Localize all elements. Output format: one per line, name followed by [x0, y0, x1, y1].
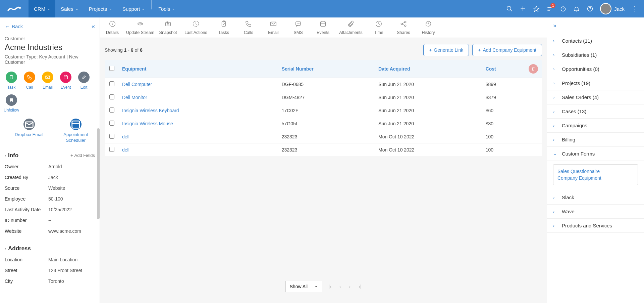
tab-attachments[interactable]: Attachments: [335, 20, 366, 35]
address-title[interactable]: ›Address: [5, 245, 31, 252]
add-fields-button[interactable]: + Add Fields: [70, 153, 95, 158]
back-link[interactable]: ← Back: [5, 24, 23, 29]
right-item-billing[interactable]: ›Billing: [547, 133, 644, 147]
col-cost[interactable]: Cost: [482, 60, 525, 78]
right-item-custom-forms[interactable]: ⌄Custom Forms: [547, 147, 644, 161]
pager-next-icon[interactable]: ›: [349, 284, 351, 289]
row-checkbox[interactable]: [109, 107, 114, 113]
scrollbar-handle[interactable]: [97, 128, 100, 219]
row-checkbox[interactable]: [109, 81, 114, 86]
equipment-link[interactable]: dell: [122, 134, 129, 139]
tab-history[interactable]: History: [416, 20, 441, 35]
star-icon[interactable]: [533, 5, 540, 12]
tab-shares[interactable]: Shares: [391, 20, 416, 35]
right-item-label: Subsidiaries (1): [562, 52, 597, 58]
right-item-slack[interactable]: ›Slack: [547, 190, 644, 205]
nav-projects[interactable]: Projects⌄: [84, 0, 117, 17]
info-title[interactable]: ›Info: [5, 152, 18, 159]
delete-button[interactable]: [529, 64, 538, 74]
tab-details[interactable]: Details: [100, 20, 125, 35]
col-date[interactable]: Date Acquired: [375, 60, 482, 78]
tab-tasks[interactable]: Tasks: [211, 20, 236, 35]
right-item-label: Projects (19): [562, 80, 590, 86]
dropbox-email-button[interactable]: Dropbox Email: [15, 119, 43, 143]
svg-point-27: [139, 24, 139, 24]
row-checkbox[interactable]: [109, 134, 114, 139]
col-serial[interactable]: Serial Number: [278, 60, 375, 78]
cell-serial: DGM-4827: [278, 91, 375, 104]
address-value: Toronto: [48, 278, 64, 284]
tab-events[interactable]: Events: [311, 20, 335, 35]
select-all-checkbox[interactable]: [109, 66, 114, 71]
equipment-link[interactable]: dell: [122, 147, 129, 153]
right-sub-link[interactable]: Sales Questionnaire: [557, 168, 634, 175]
help-icon[interactable]: [587, 5, 593, 12]
right-item-products-and-services[interactable]: ›Products and Services: [547, 219, 644, 233]
tab-calls[interactable]: Calls: [236, 20, 261, 35]
edit-button[interactable]: Edit: [77, 72, 91, 90]
tab-snapshot[interactable]: Snapshot: [156, 20, 180, 35]
right-item-sales-orders-[interactable]: ›Sales Orders (4): [547, 90, 644, 104]
tab-update-stream[interactable]: Update Stream: [125, 20, 156, 35]
nav-sales[interactable]: Sales⌄: [55, 0, 84, 17]
kebab-icon[interactable]: ⋮: [631, 5, 637, 12]
nav-tools[interactable]: Tools⌄: [153, 0, 180, 17]
plus-icon[interactable]: [520, 5, 526, 12]
collapse-left-icon[interactable]: «: [92, 23, 95, 30]
logo[interactable]: [0, 0, 29, 17]
row-checkbox[interactable]: [109, 147, 114, 152]
search-icon[interactable]: [506, 5, 513, 12]
pager-prev-icon[interactable]: ‹: [339, 284, 341, 289]
address-section: ›Address LocationMain LocationStreet123 …: [5, 245, 95, 287]
row-checkbox[interactable]: [109, 121, 114, 126]
timer-icon[interactable]: [560, 5, 567, 12]
chevron-icon: ›: [553, 52, 557, 57]
add-company-equipment-button[interactable]: + Add Company Equipment: [472, 44, 542, 56]
tab-sms[interactable]: SMSSMS: [286, 20, 311, 35]
col-equipment[interactable]: Equipment: [119, 60, 278, 78]
chevron-icon: ›: [553, 137, 557, 142]
right-item-campaigns[interactable]: ›Campaigns: [547, 119, 644, 133]
tab-time[interactable]: Time: [366, 20, 391, 35]
equipment-link[interactable]: Dell Monitor: [122, 95, 147, 100]
right-item-subsidiaries-[interactable]: ›Subsidiaries (1): [547, 48, 644, 62]
customer-label: Customer: [5, 36, 95, 41]
equipment-link[interactable]: Insignia Wireless Keyboard: [122, 108, 179, 113]
pager-first-icon[interactable]: |‹: [329, 284, 331, 289]
tab-email[interactable]: Email: [261, 20, 286, 35]
pager-last-icon[interactable]: ›|: [359, 284, 361, 289]
right-item-cases-[interactable]: ›Cases (13): [547, 104, 644, 119]
tab-label: Calls: [244, 30, 253, 35]
task-button[interactable]: Task: [5, 72, 18, 90]
user-menu[interactable]: Jack: [600, 3, 625, 14]
tab-label: Tasks: [218, 30, 229, 35]
unfollow-button[interactable]: Unfollow: [5, 94, 18, 113]
nav-support[interactable]: Support⌄: [117, 0, 150, 17]
table-row: Dell ComputerDGF-0685Sun Jun 21 2020$899: [105, 78, 542, 91]
appointment-scheduler-button[interactable]: Appointment Scheduler: [63, 119, 88, 143]
chevron-icon: ›: [553, 195, 557, 200]
event-button[interactable]: Event: [59, 72, 72, 90]
tab-label: Snapshot: [159, 30, 177, 35]
collapse-right-icon[interactable]: »: [547, 17, 644, 34]
generate-link-button[interactable]: + Generate Link: [423, 44, 469, 56]
bell-icon[interactable]: [573, 5, 580, 12]
right-item-projects-[interactable]: ›Projects (19): [547, 76, 644, 90]
call-button[interactable]: Call: [23, 72, 36, 90]
info-label: Created By: [5, 175, 48, 180]
tab-last-actions[interactable]: Last Actions: [180, 20, 211, 35]
nav-crm[interactable]: CRM⌄: [29, 0, 55, 17]
right-item-wave[interactable]: ›Wave: [547, 205, 644, 219]
right-sub-link[interactable]: Company Equipment: [557, 175, 634, 181]
email-button[interactable]: Email: [41, 72, 54, 90]
pager-select[interactable]: Show All: [285, 281, 322, 292]
activity-icon[interactable]: 1: [546, 5, 553, 12]
row-checkbox[interactable]: [109, 94, 114, 99]
svg-rect-17: [64, 76, 68, 79]
right-item-opportunities-[interactable]: ›Opportunities (0): [547, 62, 644, 76]
equipment-link[interactable]: Dell Computer: [122, 82, 152, 87]
equipment-link[interactable]: Insignia Wireless Mouse: [122, 121, 173, 126]
right-item-contacts-[interactable]: ›Contacts (11): [547, 34, 644, 48]
chevron-icon: ›: [553, 209, 557, 214]
main-area: DetailsUpdate StreamSnapshotLast Actions…: [100, 17, 547, 303]
